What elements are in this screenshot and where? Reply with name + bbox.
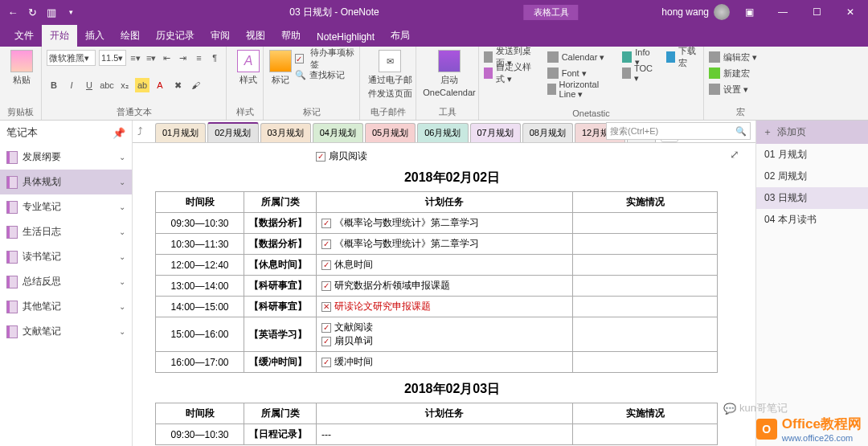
format-painter-button[interactable]: 🖌 [188, 78, 203, 92]
tab-file[interactable]: 文件 [6, 25, 42, 47]
tab-history[interactable]: 历史记录 [148, 25, 203, 47]
page-list-item[interactable]: 02 周规划 [756, 166, 868, 187]
notebook-item[interactable]: 生活日志⌄ [0, 219, 132, 244]
tags-button[interactable]: 标记 [268, 50, 292, 86]
table-row[interactable]: 16:00—17:00【缓冲时间】缓冲时间 [156, 352, 718, 373]
close-button[interactable]: ✕ [836, 0, 865, 24]
checkbox-icon[interactable] [321, 260, 331, 270]
table-row[interactable]: 09:30—10:30【日程记录】--- [156, 424, 718, 445]
section-tab[interactable]: 07月规划 [470, 123, 521, 142]
table-row[interactable]: 15:00—16:00【英语学习】文献阅读扇贝单词 [156, 317, 718, 352]
tab-help[interactable]: 帮助 [273, 25, 309, 47]
dock-icon[interactable]: ▥ [45, 6, 58, 18]
settings-button[interactable]: 设置 ▾ [709, 82, 772, 96]
page-list-item[interactable]: 03 日规划 [756, 187, 868, 209]
titlebar-more-icon[interactable]: ▾ [64, 6, 77, 18]
font-size-select[interactable]: 11.5 ▾ [99, 50, 126, 66]
notebook-item[interactable]: 具体规划⌄ [0, 170, 132, 194]
undo-icon[interactable]: ↻ [26, 6, 39, 18]
avatar[interactable] [714, 4, 730, 20]
section-tab[interactable]: 01月规划 [155, 123, 206, 142]
table-row[interactable]: 09:30—10:30【数据分析】《概率论与数理统计》第二章学习 [156, 213, 718, 234]
subscript-button[interactable]: x₂ [117, 78, 132, 92]
notebook-item[interactable]: 专业笔记⌄ [0, 194, 132, 219]
strike-button[interactable]: abc [100, 78, 114, 92]
nav-arrow-icon[interactable]: ⤴ [137, 125, 143, 137]
checkbox-icon[interactable] [321, 302, 331, 312]
chevron-down-icon: ⌄ [119, 178, 125, 186]
page-list-item[interactable]: 01 月规划 [756, 144, 868, 166]
table-row[interactable]: 13:00—14:00【科研事宜】研究数据分析领域申报课题 [156, 276, 718, 297]
download-macro-button[interactable]: 下载宏 [666, 50, 698, 64]
notebook-item[interactable]: 其他笔记⌄ [0, 294, 132, 319]
minimize-button[interactable]: — [768, 0, 797, 24]
notebook-item[interactable]: 读书笔记⌄ [0, 244, 132, 269]
onecalendar-button[interactable]: 启动 OneCalendar [421, 50, 477, 97]
checkbox-icon[interactable] [321, 323, 331, 333]
add-page-button[interactable]: ＋添加页 [756, 121, 868, 144]
font-menu[interactable]: Font ▾ [547, 66, 611, 80]
toc-menu[interactable]: TOC ▾ [622, 66, 655, 80]
highlight-button[interactable]: ab [135, 78, 149, 92]
table-row[interactable]: 14:00—15:00【科研事宜】研读论文研究申报课题 [156, 297, 718, 317]
notebook-item[interactable]: 文献笔记⌄ [0, 319, 132, 344]
checkbox-icon[interactable] [321, 358, 331, 367]
tab-layout[interactable]: 布局 [383, 25, 418, 47]
page-body[interactable]: ⤢ 扇贝阅读 2018年02月02日 时间段 所属门类 计划任务 实施情况 09… [133, 143, 755, 446]
numbering-icon[interactable]: ≡▾ [145, 51, 158, 65]
page-list-item[interactable]: 04 本月读书 [756, 209, 868, 231]
section-tab[interactable]: 03月规划 [260, 123, 311, 142]
underline-button[interactable]: U [82, 78, 96, 92]
italic-button[interactable]: I [64, 78, 79, 92]
group-macro-label: 宏 [709, 106, 772, 118]
notebook-item[interactable]: 总结反思⌄ [0, 269, 132, 294]
hline-menu[interactable]: Horizontal Line ▾ [547, 82, 611, 96]
find-tags-button[interactable]: 🔍查找标记 [295, 68, 354, 82]
checkbox-icon[interactable] [316, 152, 326, 162]
notebook-item[interactable]: 发展纲要⌄ [0, 145, 132, 170]
outdent-icon[interactable]: ⇤ [161, 51, 174, 65]
back-icon[interactable]: ← [6, 6, 19, 18]
paragraph-icon[interactable]: ¶ [208, 51, 221, 65]
styles-button[interactable]: A 样式 [231, 50, 265, 86]
todo-tag-button[interactable]: 待办事项标签 [295, 51, 354, 66]
font-color-button[interactable]: A [153, 78, 167, 92]
pin-icon[interactable]: 📌 [113, 127, 125, 139]
tab-home[interactable]: 开始 [42, 25, 77, 47]
tab-draw[interactable]: 绘图 [113, 25, 148, 47]
section-tab[interactable]: 06月规划 [417, 123, 468, 142]
indent-icon[interactable]: ⇥ [177, 51, 190, 65]
paste-button[interactable]: 粘贴 [5, 50, 39, 86]
section-tab[interactable]: 02月规划 [207, 122, 258, 142]
ribbon-display-icon[interactable]: ▣ [735, 0, 764, 24]
table-row[interactable]: 12:00—12:40【休息时间】休息时间 [156, 255, 718, 276]
checkbox-icon[interactable] [321, 219, 331, 228]
user-name[interactable]: hong wang [661, 6, 709, 18]
bold-button[interactable]: B [47, 78, 61, 92]
checkbox-icon[interactable] [321, 281, 331, 291]
align-icon[interactable]: ≡ [193, 51, 206, 65]
search-input[interactable]: 搜索(Ctrl+E) 🔍 [606, 122, 751, 140]
new-macro-button[interactable]: 新建宏 [709, 66, 772, 80]
expand-icon[interactable]: ⤢ [730, 148, 739, 161]
bullets-icon[interactable]: ≡▾ [129, 51, 142, 65]
tab-notehighlight[interactable]: NoteHighlight [309, 27, 383, 47]
custom-styles-button[interactable]: 自定义样式 ▾ [484, 66, 536, 80]
tab-view[interactable]: 视图 [238, 25, 273, 47]
font-name-select[interactable]: 微软雅黑 ▾ [47, 50, 96, 66]
clear-format-button[interactable]: ✖ [170, 78, 185, 92]
tab-insert[interactable]: 插入 [77, 25, 113, 47]
checkbox-icon[interactable] [321, 337, 331, 346]
info-icon [622, 51, 633, 63]
tab-review[interactable]: 审阅 [203, 25, 238, 47]
calendar-menu[interactable]: Calendar ▾ [547, 50, 611, 64]
maximize-button[interactable]: ☐ [802, 0, 831, 24]
info-menu[interactable]: Info ▾ [622, 50, 655, 64]
table-row[interactable]: 10:30—11:30【数据分析】《概率论与数理统计》第二章学习 [156, 234, 718, 255]
section-tab[interactable]: 08月规划 [522, 123, 573, 142]
checkbox-icon[interactable] [321, 239, 331, 249]
edit-macro-button[interactable]: 编辑宏 ▾ [709, 50, 772, 64]
section-tab[interactable]: 04月规划 [313, 123, 363, 142]
email-page-button[interactable]: ✉ 通过电子邮 件发送页面 [365, 50, 415, 100]
section-tab[interactable]: 05月规划 [365, 123, 416, 142]
